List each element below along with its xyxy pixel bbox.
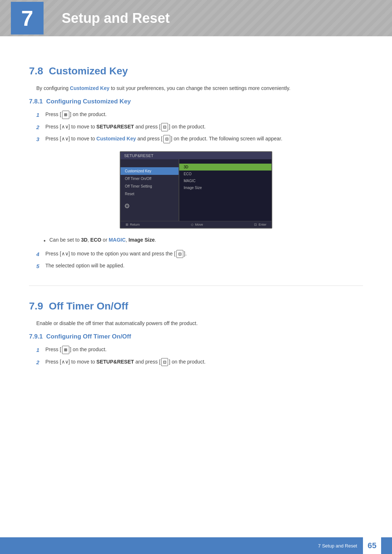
subsection-7-9-1-title: 7.9.1 Configuring Off Timer On/Off	[29, 333, 363, 340]
header-banner: 7 Setup and Reset	[0, 0, 392, 36]
section-7-8-title: 7.8 Customized Key	[29, 65, 363, 77]
step-2: 2 Press [∧∨] to move to SETUP&RESET and …	[36, 123, 363, 132]
bullet-list-7-8-1: Can be set to 3D, ECO or MAGIC, Image Si…	[29, 236, 363, 245]
screen-right-panel: 3D ECO MAGIC Image Size	[179, 159, 271, 221]
gear-icon: ⚙	[124, 202, 130, 210]
steps-list-7-9-1: 1 Press [⊞] on the product. 2 Press [∧∨]…	[29, 345, 363, 367]
footer-enter: ⊡ Enter	[254, 223, 266, 226]
footer-page-number: 65	[363, 537, 381, 554]
screen-footer: ⊞ Return ◇ Move ⊡ Enter	[121, 221, 271, 228]
step-7-9-1: 1 Press [⊞] on the product.	[36, 345, 363, 355]
option-3d: 3D	[179, 164, 271, 171]
screen-left-panel: Customized Key Off Timer On/Off Off Time…	[121, 159, 179, 221]
section-divider	[29, 286, 363, 286]
page-footer: 7 Setup and Reset 65	[0, 537, 392, 554]
footer-return: ⊞ Return	[126, 223, 140, 226]
footer-section-label: 7 Setup and Reset	[318, 543, 357, 549]
option-eco: ECO	[179, 171, 271, 177]
return-icon: ⊞	[126, 223, 128, 226]
step-4: 4 Press [∧∨] to move to the option you w…	[36, 250, 363, 259]
menu-item-customized-key: Customized Key	[121, 167, 179, 175]
step-7-9-2: 2 Press [∧∨] to move to SETUP&RESET and …	[36, 358, 363, 367]
step-5: 5 The selected option will be applied.	[36, 262, 363, 271]
footer-move: ◇ Move	[191, 223, 203, 226]
option-magic: MAGIC	[179, 177, 271, 184]
section-7-9-title: 7.9 Off Timer On/Off	[29, 300, 363, 312]
subsection-7-8-1-title: 7.8.1 Configuring Customized Key	[29, 98, 363, 105]
screen-mockup: SETUP&RESET ▲ Customized Key Off Timer O…	[120, 151, 272, 229]
step-1: 1 Press [⊞] on the product.	[36, 110, 363, 120]
option-image-size: Image Size	[179, 184, 271, 191]
enter-icon: ⊡	[254, 223, 257, 226]
main-content: 7.8 Customized Key By configuring Custom…	[0, 36, 392, 392]
screen-mockup-container: SETUP&RESET ▲ Customized Key Off Timer O…	[29, 151, 363, 229]
steps-list-7-8-1: 1 Press [⊞] on the product. 2 Press [∧∨]…	[29, 110, 363, 144]
steps-list-7-8-1-cont: 4 Press [∧∨] to move to the option you w…	[29, 250, 363, 271]
move-icon: ◇	[191, 223, 193, 226]
step-3: 3 Press [∧∨] to move to Customized Key a…	[36, 135, 363, 144]
chapter-number: 7	[11, 2, 44, 34]
screen-header-label: SETUP&RESET	[121, 152, 271, 159]
menu-item-reset: Reset	[121, 190, 179, 198]
header-title: Setup and Reset	[62, 11, 170, 26]
section-7-8-intro: By configuring Customized Key to suit yo…	[29, 84, 363, 92]
menu-item-off-timer-setting: Off Timer Setting	[121, 182, 179, 190]
bullet-item-options: Can be set to 3D, ECO or MAGIC, Image Si…	[44, 236, 363, 245]
menu-item-off-timer-onoff: Off Timer On/Off	[121, 175, 179, 182]
section-7-9-intro: Enable or disable the off timer that aut…	[29, 319, 363, 327]
screen-body: ▲ Customized Key Off Timer On/Off Off Ti…	[121, 159, 271, 221]
